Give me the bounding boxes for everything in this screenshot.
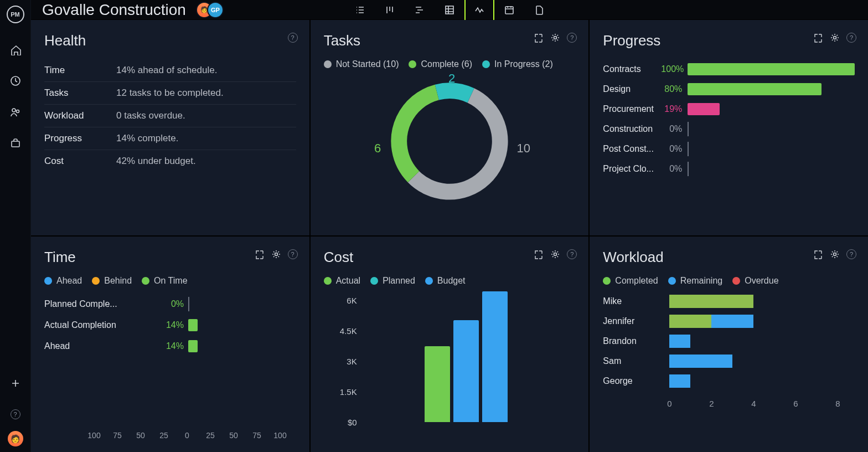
- help-icon: ?: [846, 33, 856, 43]
- nav-home[interactable]: [4, 39, 27, 61]
- time-value: 14%: [155, 341, 188, 351]
- card-cost: Cost ? ActualPlannedBudget 6K4.5K3K1.5K$…: [311, 237, 589, 452]
- calendar-icon: [504, 4, 515, 16]
- workload-row: Brandon: [603, 331, 855, 351]
- axis-label: 75: [113, 431, 122, 440]
- settings-button[interactable]: [550, 249, 561, 260]
- time-bar: [188, 340, 282, 352]
- progress-value: 19%: [661, 104, 688, 114]
- progress-bar: [688, 63, 855, 75]
- gear-icon: [550, 249, 560, 259]
- project-title: Govalle Construction: [42, 1, 186, 19]
- workload-seg: [711, 315, 753, 328]
- svg-point-10: [833, 37, 836, 39]
- people-icon: [10, 106, 21, 117]
- progress-label: Post Const...: [603, 144, 661, 154]
- card-health: Health ? Time 14% ahead of schedule. Tas…: [31, 20, 309, 235]
- member-avatar-2[interactable]: GP: [207, 2, 224, 18]
- health-key: Cost: [44, 156, 116, 167]
- card-help[interactable]: ?: [287, 249, 298, 260]
- expand-icon: [813, 33, 823, 43]
- time-bar: [188, 298, 282, 310]
- progress-label: Construction: [603, 124, 661, 134]
- tab-board[interactable]: [375, 0, 405, 22]
- health-value: 0 tasks overdue.: [116, 110, 185, 121]
- workload-name: Mike: [603, 296, 669, 306]
- axis-label: 1.5K: [329, 387, 357, 397]
- card-help[interactable]: ?: [287, 32, 298, 43]
- time-legend: AheadBehindOn Time: [44, 276, 296, 286]
- tab-dashboard[interactable]: [464, 0, 494, 22]
- progress-bar: [688, 163, 855, 175]
- settings-button[interactable]: [829, 249, 840, 260]
- tab-files[interactable]: [524, 0, 554, 22]
- axis-label: 50: [136, 431, 145, 440]
- card-help[interactable]: ?: [846, 249, 857, 260]
- dashboard-grid: Health ? Time 14% ahead of schedule. Tas…: [31, 20, 868, 452]
- time-label: Actual Completion: [44, 320, 155, 330]
- time-axis: 1007550250255075100: [44, 423, 296, 440]
- gear-icon: [550, 33, 560, 43]
- svg-point-2: [16, 110, 19, 113]
- clock-icon: [10, 75, 21, 86]
- workload-bar: [669, 295, 855, 308]
- tab-gantt[interactable]: [405, 0, 435, 22]
- workload-seg: [669, 335, 690, 348]
- card-help[interactable]: ?: [846, 32, 857, 43]
- cost-bar-chart: 6K4.5K3K1.5K$0: [324, 291, 576, 435]
- topbar: Govalle Construction 🧑 GP: [31, 0, 868, 20]
- tab-calendar[interactable]: [494, 0, 524, 22]
- workload-bar: [669, 315, 855, 328]
- axis-label: $0: [329, 418, 357, 427]
- health-row: Cost 42% under budget.: [44, 150, 296, 172]
- nav-add[interactable]: [4, 372, 27, 394]
- settings-button[interactable]: [550, 32, 561, 43]
- expand-button[interactable]: [813, 32, 824, 43]
- settings-button[interactable]: [271, 249, 282, 260]
- time-label: Ahead: [44, 341, 155, 351]
- card-time: Time ? AheadBehindOn Time Planned Comple…: [31, 237, 309, 452]
- expand-icon: [255, 249, 265, 259]
- expand-icon: [813, 249, 823, 259]
- expand-button[interactable]: [533, 249, 544, 260]
- expand-button[interactable]: [254, 249, 265, 260]
- health-row: Progress 14% complete.: [44, 127, 296, 150]
- card-help[interactable]: ?: [566, 32, 577, 43]
- time-row: Actual Completion 14%: [44, 315, 296, 336]
- health-key: Tasks: [44, 88, 116, 99]
- nav-people[interactable]: [4, 101, 27, 123]
- legend-item: Complete (6): [409, 59, 472, 69]
- cost-bar-planned: [453, 320, 479, 422]
- axis-label: 0: [185, 431, 189, 440]
- expand-button[interactable]: [533, 32, 544, 43]
- legend-item: Completed: [603, 276, 658, 286]
- tab-list[interactable]: [345, 0, 375, 22]
- workload-legend: CompletedRemainingOverdue: [603, 276, 855, 286]
- workload-name: Jennifer: [603, 316, 669, 326]
- legend-item: Budget: [425, 276, 466, 286]
- gantt-icon: [414, 4, 425, 16]
- expand-button[interactable]: [813, 249, 824, 260]
- workload-seg: [669, 315, 711, 328]
- time-value: 0%: [155, 299, 188, 309]
- nav-recent[interactable]: [4, 70, 27, 92]
- sheet-icon: [444, 4, 455, 16]
- project-members[interactable]: 🧑 GP: [196, 2, 224, 18]
- axis-label: 4.5K: [329, 326, 357, 336]
- progress-label: Procurement: [603, 104, 661, 114]
- workload-bar: [669, 335, 855, 348]
- card-help[interactable]: ?: [566, 249, 577, 260]
- nav-help[interactable]: ?: [4, 403, 27, 425]
- legend-item: Planned: [370, 276, 415, 286]
- tab-sheet[interactable]: [435, 0, 464, 22]
- svg-point-13: [833, 253, 836, 256]
- nav-portfolio[interactable]: [4, 132, 27, 154]
- time-row: Ahead 14%: [44, 336, 296, 357]
- legend-item: Behind: [92, 276, 132, 286]
- user-avatar[interactable]: 🧑: [8, 431, 23, 446]
- progress-bar: [688, 83, 855, 95]
- app-logo[interactable]: PM: [7, 6, 24, 23]
- time-label: Planned Comple...: [44, 299, 155, 309]
- progress-label: Design: [603, 84, 661, 94]
- settings-button[interactable]: [829, 32, 840, 43]
